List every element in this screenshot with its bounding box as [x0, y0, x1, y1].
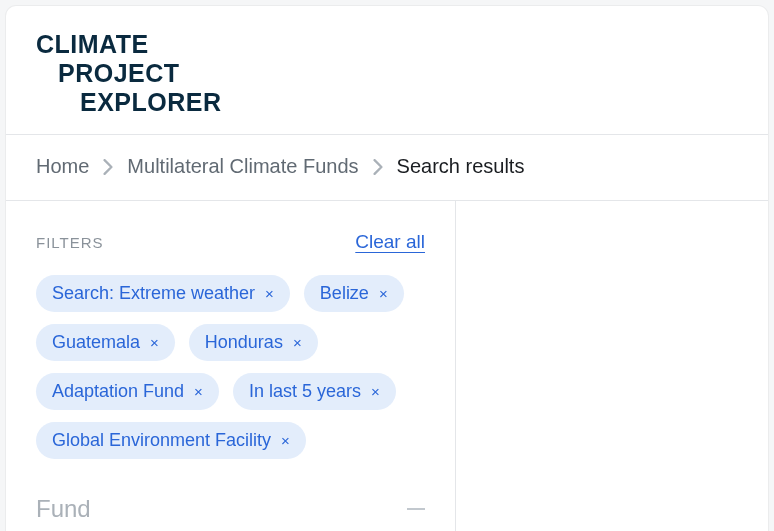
filter-chip[interactable]: Honduras ×: [189, 324, 318, 361]
logo-line-1: CLIMATE: [36, 30, 738, 59]
filters-header: FILTERS Clear all: [36, 231, 425, 253]
body: FILTERS Clear all Search: Extreme weathe…: [6, 200, 768, 531]
filter-section-fund[interactable]: Fund: [36, 495, 425, 523]
chip-label: Global Environment Facility: [52, 430, 271, 451]
chip-label: Honduras: [205, 332, 283, 353]
section-title: Fund: [36, 495, 91, 523]
app-window: CLIMATE PROJECT EXPLORER Home Multilater…: [6, 6, 768, 531]
breadcrumb-funds[interactable]: Multilateral Climate Funds: [127, 155, 358, 178]
clear-all-button[interactable]: Clear all: [355, 231, 425, 253]
close-icon[interactable]: ×: [293, 335, 302, 350]
breadcrumb-current: Search results: [397, 155, 525, 178]
chevron-right-icon: [103, 159, 113, 175]
chevron-right-icon: [373, 159, 383, 175]
chip-label: In last 5 years: [249, 381, 361, 402]
close-icon[interactable]: ×: [265, 286, 274, 301]
close-icon[interactable]: ×: [150, 335, 159, 350]
close-icon[interactable]: ×: [379, 286, 388, 301]
chip-label: Adaptation Fund: [52, 381, 184, 402]
filter-chip[interactable]: Guatemala ×: [36, 324, 175, 361]
filters-title: FILTERS: [36, 234, 104, 251]
filters-sidebar: FILTERS Clear all Search: Extreme weathe…: [6, 201, 456, 531]
filter-chip[interactable]: In last 5 years ×: [233, 373, 396, 410]
logo-line-3: EXPLORER: [80, 88, 738, 117]
close-icon[interactable]: ×: [281, 433, 290, 448]
collapse-icon[interactable]: [407, 508, 425, 510]
chip-label: Belize: [320, 283, 369, 304]
filter-chip[interactable]: Belize ×: [304, 275, 404, 312]
filter-chip[interactable]: Global Environment Facility ×: [36, 422, 306, 459]
filter-chips: Search: Extreme weather × Belize × Guate…: [36, 275, 425, 459]
logo-line-2: PROJECT: [58, 59, 738, 88]
close-icon[interactable]: ×: [371, 384, 380, 399]
breadcrumb-home[interactable]: Home: [36, 155, 89, 178]
close-icon[interactable]: ×: [194, 384, 203, 399]
chip-label: Search: Extreme weather: [52, 283, 255, 304]
breadcrumb: Home Multilateral Climate Funds Search r…: [6, 135, 768, 200]
results-panel: [456, 201, 768, 531]
header: CLIMATE PROJECT EXPLORER: [6, 6, 768, 134]
filter-chip[interactable]: Adaptation Fund ×: [36, 373, 219, 410]
filter-chip[interactable]: Search: Extreme weather ×: [36, 275, 290, 312]
chip-label: Guatemala: [52, 332, 140, 353]
